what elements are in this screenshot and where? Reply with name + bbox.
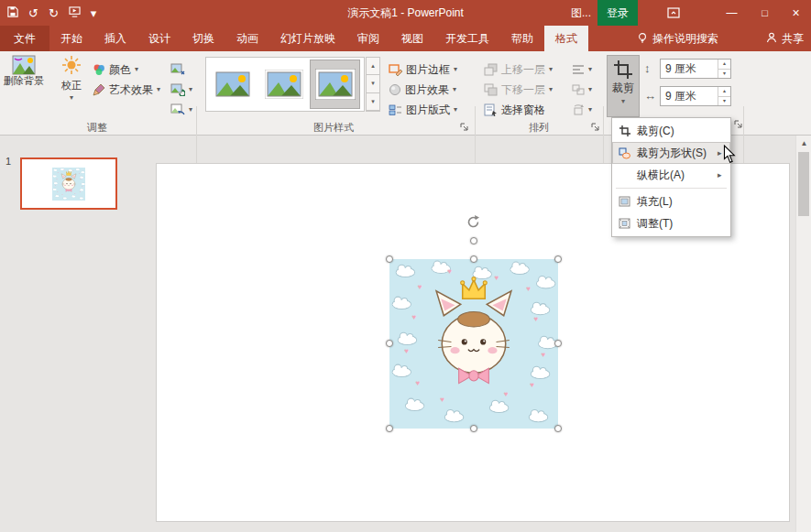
crop-icon [612,125,637,136]
shape-width-stepper[interactable]: ▴▾ [718,87,730,105]
crop-button[interactable]: 裁剪 ▾ [607,55,640,117]
selection-pane-button[interactable]: 选择窗格 [484,101,545,119]
chevron-down-icon: ▾ [454,106,457,114]
picture-layout-button[interactable]: 图片版式 ▾ [389,101,457,119]
bring-forward-button[interactable]: 上移一层 ▾ [484,60,553,79]
gallery-scroll-down[interactable]: ▾ [366,75,380,93]
close-button[interactable]: × [781,0,811,26]
crop-menu-item-label: 调整(T) [637,216,718,232]
corrections-button[interactable]: 校正 ▾ [51,55,92,102]
gallery-more-button[interactable]: ▾ [366,93,380,112]
change-picture-button[interactable]: ▾ [170,81,192,99]
tell-me-box[interactable]: 操作说明搜索 [637,26,718,51]
share-button[interactable]: 共享 [766,26,804,51]
sign-in-button[interactable]: 登录 [597,0,638,26]
selection-handle-se[interactable] [554,425,562,432]
picture-layout-icon [389,103,402,116]
tab-review[interactable]: 审阅 [346,26,390,51]
crop-menu-item-fit[interactable]: 调整(T) [612,212,730,234]
arrange-dialog-launcher-icon[interactable] [591,122,602,133]
tab-developer[interactable]: 开发工具 [434,26,500,51]
slide-picture[interactable] [389,259,558,429]
selection-handle-e[interactable] [554,340,562,347]
artistic-effects-button[interactable]: 艺术效果 ▾ [93,81,160,99]
picture-style-thumb-1[interactable] [208,60,257,108]
crop-menu-item-aspect-ratio[interactable]: 纵横比(A) ▸ [612,164,730,186]
picture-effects-button[interactable]: 图片效果 ▾ [389,81,456,99]
picture-styles-dialog-launcher-icon[interactable] [460,122,471,133]
rotate-handle-icon[interactable] [466,214,481,233]
shape-height-value[interactable]: 9 厘米 [661,60,718,78]
shape-width-icon: ↔ [644,89,656,103]
fill-icon [612,196,637,207]
color-button[interactable]: 颜色 ▾ [93,60,138,79]
tab-insert[interactable]: 插入 [93,26,137,51]
slide-thumbnail[interactable] [20,157,117,210]
tab-animations[interactable]: 动画 [225,26,269,51]
picture-styles-group-label: 图片样式 [196,121,471,134]
picture-style-thumb-3-selected[interactable] [311,60,359,108]
scrollbar-thumb[interactable] [798,152,809,216]
crop-menu-item-crop[interactable]: 裁剪(C) [612,120,730,142]
scroll-up-icon[interactable]: ▲ [796,136,811,151]
selection-handle-sw[interactable] [386,425,393,432]
selection-handle-w[interactable] [386,340,393,347]
align-button[interactable]: ▾ [572,60,592,79]
selection-handle-ne[interactable] [554,255,562,263]
selection-handle-nw[interactable] [386,255,393,263]
picture-layout-label: 图片版式 [406,103,450,118]
send-backward-label: 下移一层 [501,82,545,98]
artistic-effects-label: 艺术效果 [109,82,153,98]
cat-picture [389,259,558,429]
group-objects-button[interactable]: ▾ [572,81,592,99]
chevron-down-icon: ▾ [454,66,457,73]
picture-border-button[interactable]: 图片边框 ▾ [389,60,457,79]
shape-width-value[interactable]: 9 厘米 [661,87,718,105]
stepper-down-icon[interactable]: ▾ [718,69,730,79]
chevron-down-icon: ▾ [549,86,553,93]
reset-picture-button[interactable]: ▾ [170,101,192,119]
stepper-up-icon[interactable]: ▴ [718,60,730,69]
tab-file[interactable]: 文件 [0,26,49,51]
picture-style-thumb-2[interactable] [259,60,308,108]
remove-background-button[interactable]: 删除背景 [2,55,46,87]
crop-menu-item-fill[interactable]: 填充(L) [612,190,730,212]
picture-border-label: 图片边框 [406,62,450,78]
selection-handle-n[interactable] [470,255,477,263]
sun-icon [61,55,82,75]
stepper-down-icon[interactable]: ▾ [718,96,730,106]
color-icon [93,63,105,76]
rotate-objects-button[interactable]: ▾ [572,101,592,119]
tab-slideshow[interactable]: 幻灯片放映 [269,26,346,51]
size-dialog-launcher-icon[interactable] [734,119,745,130]
align-icon [572,64,585,75]
minimize-button[interactable]: — [717,0,747,26]
shape-height-stepper[interactable]: ▴▾ [718,60,730,78]
gallery-scroll-up[interactable]: ▴ [366,57,380,75]
crop-icon [614,60,632,79]
tab-view[interactable]: 视图 [390,26,434,51]
ribbon-display-options-icon[interactable] [660,0,687,26]
submenu-arrow-icon: ▸ [718,170,730,179]
bring-forward-icon [484,63,498,76]
stepper-up-icon[interactable]: ▴ [718,87,730,96]
tab-transitions[interactable]: 切换 [181,26,225,51]
tab-format-active[interactable]: 格式 [544,26,588,51]
compress-picture-button[interactable] [170,60,185,79]
tab-home[interactable]: 开始 [49,26,93,51]
shape-height-input[interactable]: 9 厘米 ▴▾ [660,59,731,79]
maximize-button[interactable]: □ [750,0,780,26]
tab-design[interactable]: 设计 [137,26,181,51]
share-label: 共享 [782,31,804,47]
chevron-down-icon: ▾ [588,86,592,93]
crop-label: 裁剪 [612,81,634,96]
selection-handle-s[interactable] [470,425,477,432]
crop-menu-item-crop-to-shape[interactable]: 裁剪为形状(S) ▸ [612,142,730,164]
lightbulb-icon [637,32,648,46]
shape-width-input[interactable]: 9 厘米 ▴▾ [660,86,731,106]
send-backward-button[interactable]: 下移一层 ▾ [484,81,553,99]
vertical-scrollbar[interactable]: ▲ [795,136,811,532]
crop-menu-item-label: 裁剪为形状(S) [637,146,718,161]
rotation-handle[interactable] [470,237,477,244]
tab-help[interactable]: 帮助 [500,26,544,51]
